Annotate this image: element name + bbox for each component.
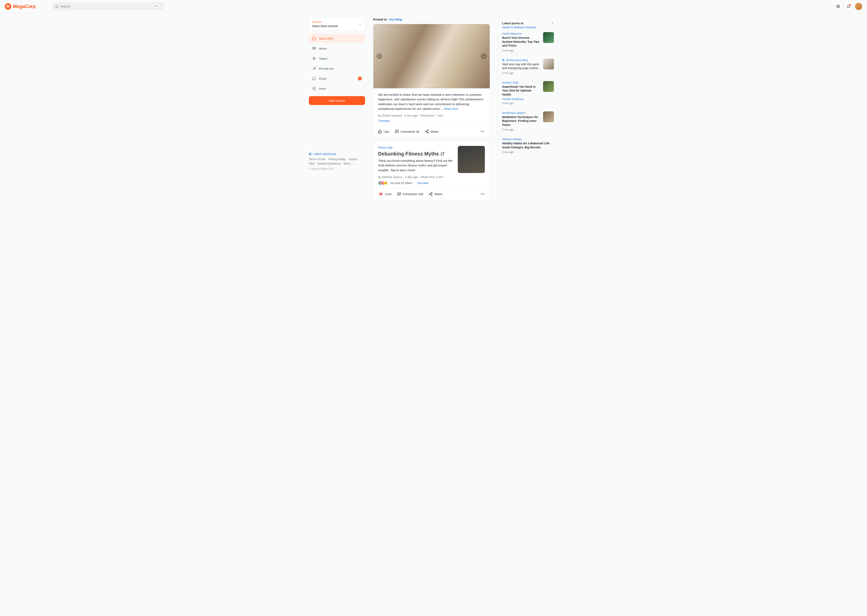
chat-icon <box>312 77 316 80</box>
reactions-summary[interactable]: You and 24 others <box>390 181 412 185</box>
nav-mixes[interactable]: Mixes <box>309 44 365 53</box>
admin-dashboard-link[interactable]: Admin dashboard <box>309 152 365 156</box>
post-category[interactable]: Fitness day <box>378 146 454 149</box>
reaction-icons[interactable]: 👍 ❤ 😄 <box>378 181 388 185</box>
search-field[interactable]: ⌘F <box>52 2 165 11</box>
nav-more[interactable]: More <box>309 84 365 93</box>
rp-source: Mindfulness Matters <box>502 112 541 115</box>
comments-button[interactable]: Comments 108 <box>397 192 423 196</box>
rp-item[interactable]: Wellness Weekly Healthy Habits for a Bal… <box>502 138 554 156</box>
love-button[interactable]: Love <box>378 191 391 197</box>
post-card: Fitness day Debunking Fitness Myths Thin… <box>373 142 490 200</box>
footer-link[interactable]: General Questions <box>317 162 341 165</box>
svg-point-24 <box>429 193 430 195</box>
thumbs-up-icon <box>378 129 382 134</box>
footer-link[interactable]: More ⌄ <box>344 162 353 165</box>
svg-point-0 <box>56 5 58 8</box>
carousel-prev-button[interactable] <box>377 53 382 59</box>
external-link-icon <box>441 152 444 156</box>
footer-link[interactable]: Imprint <box>349 157 357 161</box>
copyright: © tchop GmbH 2017 <box>309 167 365 170</box>
header: M MegaCorp ⌘F <box>0 0 867 13</box>
rp-thumb <box>543 59 554 69</box>
chevron-down-icon: ⌄ <box>351 162 353 165</box>
rp-source: Wellness Weekly <box>502 138 554 141</box>
channel-selector[interactable]: Channel News feed channel <box>309 18 365 31</box>
footer-links: Terms of Use Privacy Policy Imprint FAQ … <box>309 157 365 165</box>
rp-time: 5 min ago <box>502 151 554 154</box>
gear-icon <box>836 5 840 8</box>
channel-label: Channel <box>312 21 338 24</box>
notification-dot-icon <box>849 4 851 6</box>
comment-icon <box>397 192 401 196</box>
rp-title: Start your day with this quick and energ… <box>502 63 541 70</box>
rp-item[interactable]: @FitnessGuruBlog Start your day with thi… <box>502 59 554 77</box>
rp-title: Superfoods You Need in Your Diet for Opt… <box>502 85 541 97</box>
more-button[interactable]: ••• <box>481 130 485 133</box>
translate-link[interactable]: Translate <box>417 181 429 185</box>
logo-mark-icon: M <box>5 3 11 9</box>
logo[interactable]: M MegaCorp <box>5 3 36 9</box>
svg-line-8 <box>314 57 315 60</box>
svg-line-1 <box>58 7 58 8</box>
read-more-link[interactable]: Read more <box>444 107 458 110</box>
channel-name: News feed channel <box>312 24 338 28</box>
share-icon <box>429 192 433 196</box>
user-avatar[interactable] <box>855 3 862 10</box>
post-title[interactable]: Debunking Fitness Myths <box>378 151 454 157</box>
nav-topics[interactable]: Topics <box>309 54 365 63</box>
chevron-down-icon[interactable] <box>551 22 554 25</box>
more-button[interactable]: ••• <box>481 192 485 196</box>
footer-link[interactable]: Terms of Use <box>309 157 325 161</box>
svg-point-17 <box>427 132 428 133</box>
post-excerpt: Think you know everything about fitness?… <box>378 159 454 173</box>
sidebar: Channel News feed channel News feed Mixe… <box>309 18 365 170</box>
carousel-next-button[interactable] <box>481 53 487 59</box>
svg-point-23 <box>431 192 432 193</box>
nav-label: Chats <box>319 77 327 80</box>
like-button[interactable]: Like <box>378 129 390 134</box>
post-byline: by Esther Howard · 5 min ago · Read time… <box>378 114 485 117</box>
notifications-button[interactable] <box>845 2 853 11</box>
post-hero-image <box>373 24 490 88</box>
carousel-dots[interactable] <box>427 84 436 85</box>
svg-line-19 <box>426 130 427 131</box>
share-button[interactable]: Share <box>425 129 438 134</box>
rp-tags[interactable]: #health #wellness <box>502 97 541 101</box>
footer-link[interactable]: Privacy Policy <box>328 157 346 161</box>
share-icon <box>425 129 429 134</box>
rp-source: Nutrition Daily <box>502 81 541 84</box>
post-card: We are excited to share that we have rea… <box>373 24 490 137</box>
post-byline: by Adorlee Querry · 1 day ago · Read tim… <box>378 175 454 179</box>
nav-label: News feed <box>319 37 333 40</box>
rp-item[interactable]: Nutrition Daily Superfoods You Need in Y… <box>502 81 554 108</box>
rp-network-link[interactable]: Health & Wellness Network <box>502 26 536 29</box>
search-input[interactable] <box>60 5 154 8</box>
search-icon <box>55 5 59 8</box>
rp-source: @FitnessGuruBlog <box>502 59 541 61</box>
nav-chats[interactable]: Chats 2 <box>309 74 365 83</box>
settings-button[interactable] <box>834 2 842 11</box>
rp-title: Boost Your Immune System Naturally: Top … <box>502 36 541 48</box>
add-content-button[interactable]: Add content <box>309 96 365 105</box>
svg-line-27 <box>430 193 431 194</box>
rp-time: 5 min ago <box>502 102 541 105</box>
rp-time: 5 min ago <box>502 128 541 131</box>
chevron-down-icon <box>358 23 362 26</box>
rp-item[interactable]: Mindfulness Matters Meditation Technique… <box>502 112 554 134</box>
svg-line-18 <box>426 132 427 132</box>
rp-title: Meditation Techniques for Beginners: Fin… <box>502 115 541 127</box>
comments-button[interactable]: Comments 26 <box>395 129 419 134</box>
rp-time: 5 min ago <box>502 49 541 52</box>
search-shortcut: ⌘F <box>154 5 162 8</box>
rp-item[interactable]: Health Magazine Boost Your Immune System… <box>502 32 554 55</box>
translate-link[interactable]: Translate <box>378 119 390 123</box>
share-button[interactable]: Share <box>429 192 442 196</box>
svg-line-20 <box>442 152 444 154</box>
nav-pinned-mix[interactable]: Pinned mix <box>309 64 365 73</box>
footer-link[interactable]: FAQ <box>309 162 314 165</box>
nav-news-feed[interactable]: News feed <box>309 34 365 43</box>
svg-point-12 <box>309 154 311 154</box>
posted-in-link[interactable]: Our Blog <box>390 18 402 21</box>
brand-name: MegaCorp <box>13 4 36 9</box>
